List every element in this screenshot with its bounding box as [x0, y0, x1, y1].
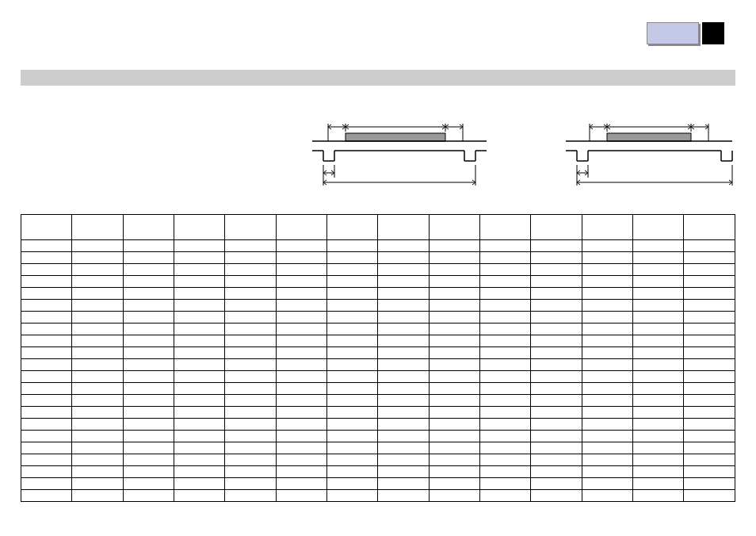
- table-cell: [174, 359, 225, 371]
- table-cell: [378, 324, 429, 335]
- table-cell: [327, 419, 378, 431]
- table-row: [21, 454, 735, 466]
- table-cell: [378, 490, 429, 502]
- table-cell: [480, 288, 531, 300]
- table-cell: [633, 252, 684, 264]
- table-cell: [327, 347, 378, 359]
- table-row: [21, 419, 735, 431]
- table-cell: [21, 300, 72, 312]
- table-cell: [633, 276, 684, 288]
- table-cell: [225, 264, 276, 276]
- table-cell: [633, 419, 684, 431]
- table-cell: [225, 454, 276, 466]
- table-cell: [429, 335, 479, 347]
- table-row: [21, 395, 735, 407]
- table-cell: [684, 252, 735, 264]
- table-cell: [276, 419, 326, 431]
- table-cell: [378, 288, 429, 300]
- table-cell: [225, 383, 276, 395]
- table-cell: [327, 371, 378, 383]
- table-cell: [480, 300, 531, 312]
- table-cell: [327, 478, 378, 490]
- table-cell: [429, 466, 479, 478]
- table-cell: [531, 240, 582, 252]
- indicator-lavender-box: [647, 22, 699, 44]
- table-cell: [174, 395, 225, 407]
- table-cell: [21, 478, 72, 490]
- table-cell: [633, 359, 684, 371]
- table-header-cell: [582, 215, 632, 240]
- table-cell: [378, 347, 429, 359]
- table-cell: [429, 288, 479, 300]
- table-cell: [123, 335, 174, 347]
- table-header-cell: [378, 215, 429, 240]
- table-cell: [174, 300, 225, 312]
- table-cell: [684, 264, 735, 276]
- table-cell: [582, 431, 632, 442]
- table-cell: [327, 324, 378, 335]
- table-cell: [276, 276, 326, 288]
- table-cell: [276, 359, 326, 371]
- table-cell: [72, 335, 123, 347]
- table-cell: [21, 419, 72, 431]
- table-cell: [123, 466, 174, 478]
- table-cell: [582, 335, 632, 347]
- table-cell: [633, 335, 684, 347]
- table-cell: [225, 335, 276, 347]
- table-cell: [582, 347, 632, 359]
- table-cell: [174, 240, 225, 252]
- table-cell: [633, 466, 684, 478]
- table-cell: [327, 300, 378, 312]
- table-cell: [225, 442, 276, 454]
- table-cell: [633, 490, 684, 502]
- table-row: [21, 490, 735, 502]
- table-cell: [480, 312, 531, 324]
- table-cell: [633, 288, 684, 300]
- table-cell: [378, 300, 429, 312]
- svg-rect-7: [346, 133, 445, 141]
- table-cell: [633, 383, 684, 395]
- table-header-cell: [633, 215, 684, 240]
- table-row: [21, 252, 735, 264]
- table-cell: [174, 431, 225, 442]
- table-cell: [72, 324, 123, 335]
- table-cell: [582, 466, 632, 478]
- table-cell: [378, 419, 429, 431]
- table-row: [21, 276, 735, 288]
- table-cell: [174, 252, 225, 264]
- svg-rect-30: [607, 133, 691, 141]
- table-cell: [225, 431, 276, 442]
- table-cell: [174, 264, 225, 276]
- table-cell: [531, 454, 582, 466]
- table-cell: [429, 252, 479, 264]
- table-cell: [480, 478, 531, 490]
- table-cell: [684, 454, 735, 466]
- table-cell: [378, 240, 429, 252]
- table-cell: [531, 312, 582, 324]
- table-cell: [633, 454, 684, 466]
- table-cell: [174, 324, 225, 335]
- table-row: [21, 478, 735, 490]
- table-cell: [429, 359, 479, 371]
- table-cell: [633, 300, 684, 312]
- table-cell: [276, 264, 326, 276]
- table-cell: [531, 252, 582, 264]
- table-cell: [21, 407, 72, 419]
- table-cell: [72, 276, 123, 288]
- table-cell: [429, 264, 479, 276]
- table-cell: [21, 312, 72, 324]
- table-row: [21, 240, 735, 252]
- table-cell: [327, 264, 378, 276]
- table-header-cell: [225, 215, 276, 240]
- table-cell: [72, 264, 123, 276]
- table-cell: [72, 431, 123, 442]
- table-cell: [276, 466, 326, 478]
- table-cell: [633, 478, 684, 490]
- table-cell: [72, 478, 123, 490]
- table-cell: [378, 395, 429, 407]
- table-cell: [327, 442, 378, 454]
- table-cell: [276, 454, 326, 466]
- table-cell: [276, 240, 326, 252]
- table-cell: [531, 395, 582, 407]
- table-cell: [480, 324, 531, 335]
